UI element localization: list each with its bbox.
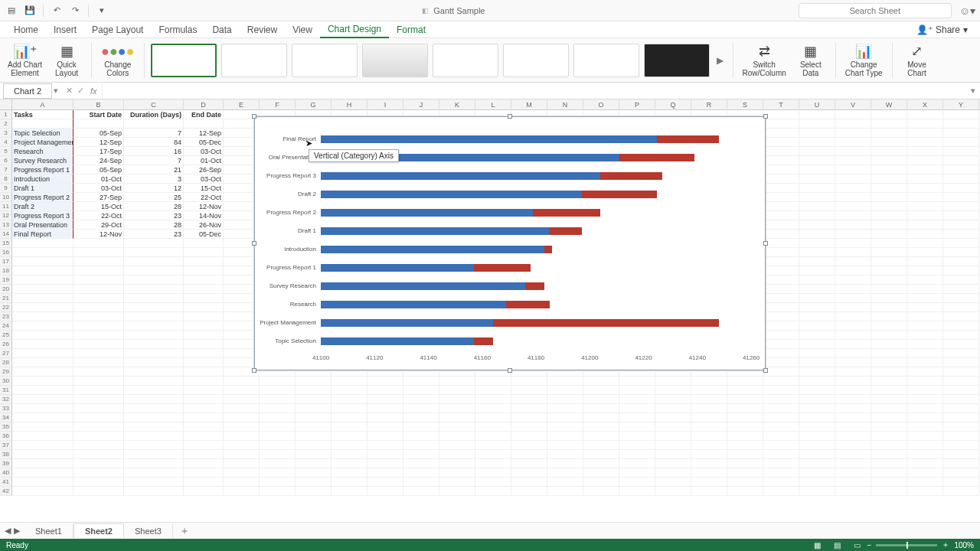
chart-category-label[interactable]: Progress Report 3 xyxy=(266,172,316,179)
chart-plot-area[interactable]: Final ReportOral PresentationProgress Re… xyxy=(321,131,750,350)
chart-category-label[interactable]: Project Management xyxy=(260,319,316,326)
chart-object[interactable]: Final ReportOral PresentationProgress Re… xyxy=(254,116,766,370)
window-title: ◧ Gantt Sample xyxy=(109,6,799,15)
fx-cancel-icon[interactable]: ✕ xyxy=(66,86,73,96)
zoom-out-icon[interactable]: − xyxy=(867,541,872,549)
chart-style-1[interactable] xyxy=(151,44,217,77)
sheet-tab-1[interactable]: Sheet1 xyxy=(24,524,74,538)
name-box[interactable]: Chart 2 xyxy=(3,83,52,99)
column-header-B[interactable]: B xyxy=(74,99,124,110)
label: Add Chart Element xyxy=(8,60,42,77)
column-header-J[interactable]: J xyxy=(403,99,439,110)
status-bar: Ready ▦ ▤ ▭ − ＋ 100% xyxy=(0,539,980,551)
zoom-in-icon[interactable]: ＋ xyxy=(942,540,949,550)
add-sheet-button[interactable]: ＋ xyxy=(173,524,196,538)
switch-row-column-button[interactable]: ⇄ Switch Row/Column xyxy=(740,42,789,79)
redo-icon[interactable]: ↷ xyxy=(68,4,82,18)
column-header-V[interactable]: V xyxy=(835,99,871,110)
label: Quick Layout xyxy=(55,60,78,77)
tab-review[interactable]: Review xyxy=(240,22,285,37)
chart-style-7[interactable] xyxy=(573,44,639,77)
chart-category-label[interactable]: Progress Report 1 xyxy=(266,264,316,271)
column-header-C[interactable]: C xyxy=(124,99,184,110)
tab-data[interactable]: Data xyxy=(204,22,239,37)
sheet-tab-2[interactable]: Sheet2 xyxy=(74,523,124,538)
add-chart-element-button[interactable]: 📊⁺ Add Chart Element xyxy=(5,42,45,79)
feedback-icon[interactable]: ☺︎▾ xyxy=(959,5,975,17)
column-header-T[interactable]: T xyxy=(763,99,799,110)
quick-layout-button[interactable]: ▦ Quick Layout xyxy=(48,42,85,79)
formula-expand-icon[interactable]: ▾ xyxy=(966,86,980,96)
column-header-N[interactable]: N xyxy=(547,99,583,110)
namebox-dropdown-icon[interactable]: ▾ xyxy=(52,86,60,96)
qat-customize-icon[interactable]: ▾ xyxy=(95,4,109,18)
chart-category-label[interactable]: Research xyxy=(290,301,316,308)
change-colors-icon: ●●●● xyxy=(101,44,135,60)
autosave-icon[interactable]: ▤ xyxy=(5,4,18,18)
column-header-E[interactable]: E xyxy=(224,99,260,110)
tab-insert[interactable]: Insert xyxy=(46,22,84,37)
view-normal-icon[interactable]: ▦ xyxy=(808,541,828,549)
fx-confirm-icon[interactable]: ✓ xyxy=(77,86,84,96)
tab-chart-design[interactable]: Chart Design xyxy=(320,21,389,38)
column-header-F[interactable]: F xyxy=(260,99,296,110)
column-header-S[interactable]: S xyxy=(727,99,763,110)
tab-view[interactable]: View xyxy=(285,22,320,37)
chart-category-label[interactable]: Introduction xyxy=(284,246,316,253)
cursor-icon: ➤ xyxy=(305,139,312,148)
column-header-K[interactable]: K xyxy=(439,99,475,110)
sheet-search[interactable] xyxy=(799,3,952,18)
chart-style-2[interactable] xyxy=(221,44,287,77)
column-header-Q[interactable]: Q xyxy=(655,99,691,110)
column-header-O[interactable]: O xyxy=(583,99,619,110)
column-header-R[interactable]: R xyxy=(691,99,727,110)
sheet-next-icon[interactable]: ▶ xyxy=(14,526,20,536)
add-chart-element-icon: 📊⁺ xyxy=(13,44,38,60)
chart-category-label[interactable]: Draft 2 xyxy=(298,191,316,197)
column-header-U[interactable]: U xyxy=(799,99,835,110)
change-colors-button[interactable]: ●●●● Change Colors xyxy=(98,42,138,79)
select-data-button[interactable]: ▦ Select Data xyxy=(792,42,829,79)
chart-style-6[interactable] xyxy=(503,44,569,77)
select-data-icon: ▦ xyxy=(804,44,817,60)
tab-home[interactable]: Home xyxy=(6,22,46,37)
chart-style-5[interactable] xyxy=(433,44,498,77)
tab-page-layout[interactable]: Page Layout xyxy=(84,22,151,37)
column-header-I[interactable]: I xyxy=(368,99,403,110)
change-chart-type-button[interactable]: 📊 Change Chart Type xyxy=(842,42,886,79)
column-header-G[interactable]: G xyxy=(296,99,332,110)
column-header-X[interactable]: X xyxy=(907,99,943,110)
tab-formulas[interactable]: Formulas xyxy=(151,22,204,37)
tab-format[interactable]: Format xyxy=(389,22,433,37)
save-icon[interactable]: 💾 xyxy=(23,4,37,18)
sheet-tab-3[interactable]: Sheet3 xyxy=(124,524,173,538)
formula-input[interactable] xyxy=(102,83,966,99)
undo-icon[interactable]: ↶ xyxy=(50,4,64,18)
styles-next-icon[interactable]: ▶ xyxy=(714,55,727,66)
chart-category-label[interactable]: Topic Selection xyxy=(275,337,316,344)
chart-category-label[interactable]: Progress Report 2 xyxy=(266,209,316,216)
view-page-break-icon[interactable]: ▭ xyxy=(848,541,867,549)
sheet-prev-icon[interactable]: ◀ xyxy=(5,526,11,536)
column-header-D[interactable]: D xyxy=(184,99,224,110)
column-header-H[interactable]: H xyxy=(332,99,368,110)
chart-style-8[interactable] xyxy=(644,44,710,77)
column-header-A[interactable]: A xyxy=(12,99,74,110)
sheet-search-input[interactable] xyxy=(799,3,952,18)
column-header-Y[interactable]: Y xyxy=(943,99,979,110)
chart-category-label[interactable]: Survey Research xyxy=(270,282,316,289)
ribbon-chart-design: 📊⁺ Add Chart Element ▦ Quick Layout ●●●●… xyxy=(0,38,980,83)
chart-style-3[interactable] xyxy=(292,44,358,77)
view-page-layout-icon[interactable]: ▤ xyxy=(828,541,848,549)
chart-style-4[interactable] xyxy=(362,44,428,77)
chart-category-label[interactable]: Draft 1 xyxy=(298,227,316,234)
column-header-M[interactable]: M xyxy=(511,99,547,110)
share-button[interactable]: 👤⁺ Share ▾ xyxy=(916,24,974,35)
chart-x-axis[interactable]: 4110041120411404116041180412004122041240… xyxy=(321,354,750,364)
column-header-L[interactable]: L xyxy=(475,99,511,110)
move-chart-button[interactable]: ⤢ Move Chart xyxy=(899,42,936,79)
column-header-W[interactable]: W xyxy=(871,99,907,110)
column-header-P[interactable]: P xyxy=(619,99,655,110)
zoom-value[interactable]: 100% xyxy=(954,541,974,549)
zoom-slider[interactable] xyxy=(876,544,937,546)
